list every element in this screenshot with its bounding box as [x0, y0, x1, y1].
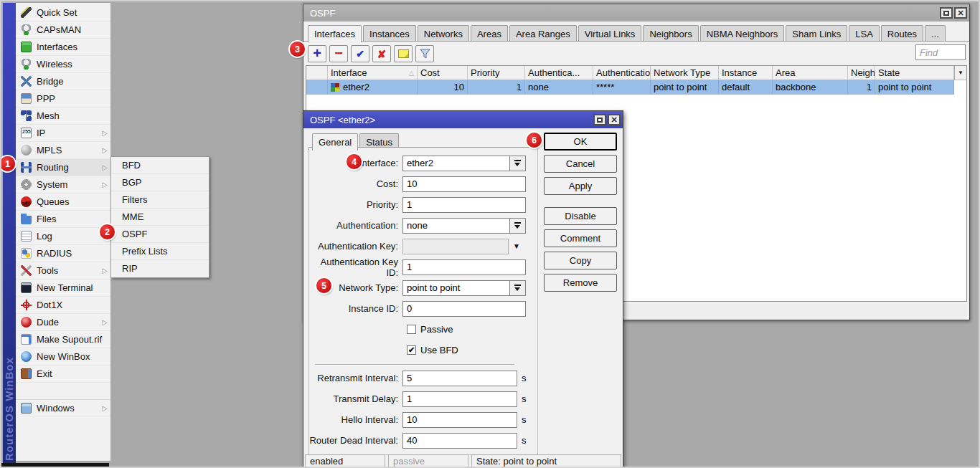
dropdown-arrow-icon[interactable]: ▼: [513, 242, 520, 250]
enable-button[interactable]: ✔: [351, 45, 369, 62]
maximize-button[interactable]: [940, 7, 953, 19]
ospf-tab[interactable]: Routes: [881, 25, 923, 42]
field-input[interactable]: ether2: [402, 156, 526, 171]
column-header[interactable]: Instance: [719, 66, 773, 80]
column-header[interactable]: Cost: [418, 66, 468, 80]
field-input[interactable]: 1: [402, 197, 526, 213]
column-header[interactable]: Interface△: [328, 66, 418, 80]
dialog-action-button[interactable]: Copy: [544, 252, 617, 269]
sidebar-menu-item[interactable]: Wireless: [16, 56, 110, 73]
checkbox-row[interactable]: Passive: [407, 319, 537, 340]
interval-input[interactable]: 5: [402, 371, 517, 386]
sidebar-menu-item[interactable]: Bridge: [16, 73, 110, 90]
find-input[interactable]: [915, 44, 966, 60]
ospf-tab[interactable]: Areas: [471, 25, 508, 42]
dialog-action-button[interactable]: Cancel: [544, 155, 617, 173]
submenu-item[interactable]: BFD: [111, 157, 209, 174]
sidebar-menu-item[interactable]: Make Supout.rif: [16, 331, 110, 348]
comment-button[interactable]: [394, 45, 413, 62]
sidebar-menu-item[interactable]: New WinBox: [16, 348, 110, 366]
submenu-item[interactable]: BGP: [111, 174, 209, 191]
dialog-action-button[interactable]: Comment: [544, 229, 617, 247]
column-header[interactable]: Authentication ...: [593, 66, 651, 80]
dialog-maximize-button[interactable]: [593, 114, 606, 125]
sidebar-menu-item[interactable]: CAPsMAN: [16, 22, 110, 39]
sidebar-menu-item[interactable]: Tools ▷: [16, 262, 110, 280]
sidebar-menu-item[interactable]: Exit: [16, 366, 110, 383]
interval-input[interactable]: 10: [402, 412, 517, 428]
ospf-tab[interactable]: Virtual Links: [578, 25, 642, 42]
sidebar-menu-item[interactable]: Quick Set: [16, 4, 110, 22]
dialog-close-button[interactable]: ✕: [608, 114, 621, 125]
dropdown-button[interactable]: [509, 281, 525, 295]
checkbox[interactable]: [407, 325, 416, 334]
sidebar-menu-item[interactable]: Files: [16, 211, 110, 228]
checkbox[interactable]: ✔: [407, 345, 416, 355]
column-header[interactable]: [306, 66, 328, 80]
menu-item-icon: [21, 42, 32, 52]
column-header[interactable]: Network Type: [651, 66, 719, 80]
column-header[interactable]: Area: [773, 66, 848, 80]
field-input[interactable]: 0: [402, 301, 526, 317]
ospf-tab[interactable]: Area Ranges: [509, 25, 577, 42]
dialog-action-button[interactable]: OK: [544, 133, 617, 151]
add-button[interactable]: +: [308, 45, 326, 62]
sidebar-menu-item[interactable]: MPLS ▷: [16, 142, 110, 159]
sidebar-menu-item[interactable]: New Terminal: [16, 280, 110, 297]
menu-item-icon: [21, 351, 32, 362]
field-input[interactable]: point to point: [402, 280, 526, 296]
table-cell: point to point: [651, 80, 719, 95]
field-input[interactable]: 10: [402, 176, 526, 192]
dialog-action-button[interactable]: Apply: [544, 177, 617, 195]
ospf-tab[interactable]: Neighbors: [643, 25, 698, 42]
sidebar-menu-item[interactable]: PPP: [16, 90, 110, 108]
ospf-tab[interactable]: NBMA Neighbors: [700, 25, 785, 42]
submenu-item[interactable]: Prefix Lists: [111, 243, 209, 260]
sidebar-menu-item[interactable]: IP ▷: [16, 125, 110, 142]
close-button[interactable]: ✕: [954, 7, 967, 19]
column-header[interactable]: Priority: [468, 66, 525, 80]
submenu-item[interactable]: MME: [111, 209, 209, 226]
ospf-tab[interactable]: Instances: [363, 25, 416, 42]
dropdown-button[interactable]: [509, 156, 525, 171]
sidebar-menu-item[interactable]: Dot1X: [16, 297, 110, 314]
sidebar-menu-item[interactable]: Queues: [16, 194, 110, 211]
filter-button[interactable]: [415, 45, 434, 62]
dialog-action-button[interactable]: Disable: [544, 207, 617, 225]
sidebar-menu-item[interactable]: Routing ▷: [16, 159, 110, 176]
sidebar-menu-item[interactable]: Dude ▷: [16, 314, 110, 331]
ospf-tab[interactable]: Interfaces: [308, 25, 362, 42]
sidebar-menu-item[interactable]: System ▷: [16, 176, 110, 194]
ospf-tab[interactable]: Sham Links: [786, 25, 847, 42]
status-cell: State: point to point: [471, 454, 621, 468]
table-row-selected[interactable]: ether2 10 1 none ***** point to point de…: [306, 80, 954, 95]
dropdown-button[interactable]: [509, 219, 525, 233]
ospf-tab[interactable]: LSA: [849, 25, 880, 42]
sidebar-menu-item[interactable]: Mesh: [16, 108, 110, 125]
dialog-tab[interactable]: General: [312, 133, 358, 151]
interval-input[interactable]: 40: [402, 433, 517, 449]
sidebar-menu-item[interactable]: Interfaces: [16, 39, 110, 56]
submenu-item[interactable]: RIP: [111, 260, 209, 277]
field-input[interactable]: [402, 239, 509, 254]
menu-item-icon: [21, 231, 32, 242]
column-chooser-button[interactable]: ▼: [954, 66, 966, 80]
column-header[interactable]: Authentica...: [525, 66, 593, 80]
disable-button[interactable]: ✘: [372, 45, 391, 62]
ospf-tab[interactable]: Networks: [418, 25, 469, 42]
column-header[interactable]: Neigh...: [848, 66, 875, 80]
dialog-action-button[interactable]: Remove: [544, 274, 617, 292]
sidebar-menu-item[interactable]: Log: [16, 228, 110, 245]
field-input[interactable]: none: [402, 218, 526, 234]
ospf-tab[interactable]: ...: [925, 25, 946, 42]
sidebar-menu-item[interactable]: RADIUS: [16, 245, 110, 262]
remove-button[interactable]: −: [329, 45, 348, 62]
ospf-tabs: Interfaces Instances Networks Areas Area…: [303, 22, 969, 42]
sidebar-menu-item[interactable]: Windows ▷: [16, 399, 110, 416]
submenu-item[interactable]: OSPF: [111, 226, 209, 243]
checkbox-row[interactable]: ✔ Use BFD: [407, 340, 537, 360]
submenu-item[interactable]: Filters: [111, 191, 209, 209]
column-header[interactable]: State: [875, 66, 954, 80]
field-input[interactable]: 1: [402, 259, 526, 275]
interval-input[interactable]: 1: [402, 391, 517, 407]
